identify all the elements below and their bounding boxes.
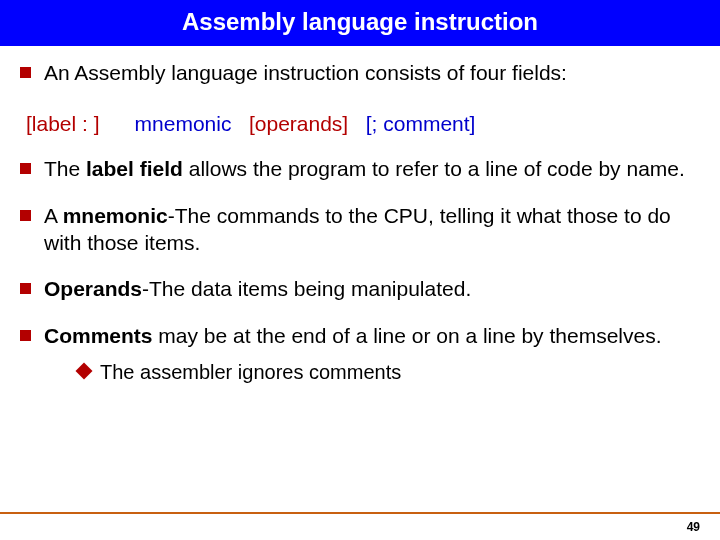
bullet-list: The label field allows the program to re… [18,156,702,386]
syntax-line: [label : ] mnemonic [operands] [; commen… [18,107,702,156]
list-item: An Assembly language instruction consist… [18,60,702,87]
syntax-label: [label : ] [26,112,100,135]
bold-text: Comments [44,324,153,347]
text: The [44,157,86,180]
page-number: 49 [687,520,700,534]
text: allows the program to refer to a line of… [183,157,685,180]
text: -The data items being manipulated. [142,277,471,300]
syntax-operands: [operands] [249,112,348,135]
slide-title: Assembly language instruction [0,0,720,46]
list-item: Operands-The data items being manipulate… [18,276,702,303]
syntax-mnemonic: mnemonic [135,112,232,135]
bold-text: Operands [44,277,142,300]
footer-divider [0,512,720,514]
slide-body: An Assembly language instruction consist… [0,46,720,386]
bullet-list: An Assembly language instruction consist… [18,60,702,87]
list-item: The assembler ignores comments [78,360,702,386]
text: may be at the end of a line or on a line… [153,324,662,347]
sub-bullet-list: The assembler ignores comments [44,360,702,386]
list-item: A mnemonic-The commands to the CPU, tell… [18,203,702,257]
syntax-comment: [; comment] [366,112,476,135]
list-item: Comments may be at the end of a line or … [18,323,702,385]
bold-text: mnemonic [63,204,168,227]
text: A [44,204,63,227]
list-item: The label field allows the program to re… [18,156,702,183]
bold-text: label field [86,157,183,180]
